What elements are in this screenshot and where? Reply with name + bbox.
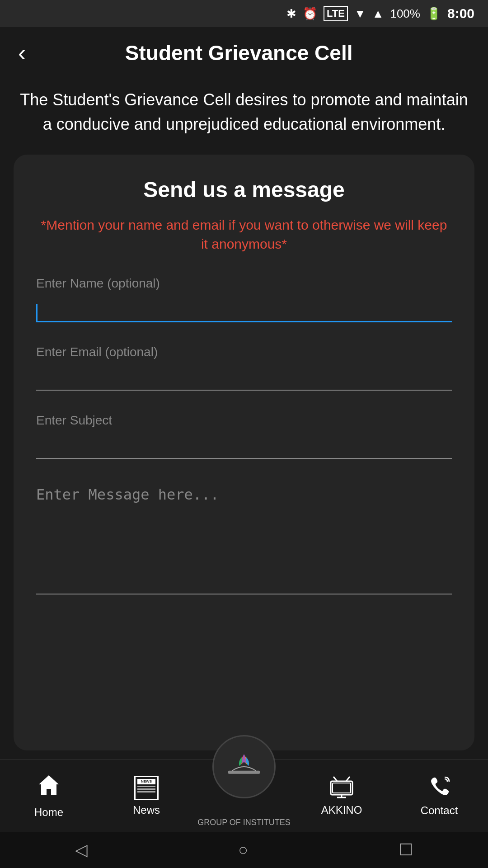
status-icons: ✱ ⏰ LTE ▼ ▲ 100% 🔋 8:00 [286, 6, 474, 21]
name-label: Enter Name (optional) [36, 276, 452, 291]
form-note: *Mention your name and email if you want… [36, 216, 452, 254]
alarm-icon: ⏰ [303, 7, 317, 21]
nav-akkino[interactable]: AKKINO [293, 760, 390, 832]
signal-icon: ▲ [372, 7, 384, 21]
form-card: Send us a message *Mention your name and… [14, 155, 474, 750]
news-label: News [133, 804, 160, 816]
bluetooth-icon: ✱ [286, 7, 296, 21]
subject-field-group: Enter Subject [36, 413, 452, 459]
subject-input[interactable] [36, 432, 452, 459]
svg-marker-0 [39, 775, 59, 795]
nav-contact[interactable]: Contact [390, 760, 488, 832]
contact-label: Contact [421, 804, 458, 817]
back-button[interactable]: ‹ [18, 41, 26, 65]
svg-rect-3 [333, 783, 351, 793]
description-text: The Student's Grievance Cell desires to … [0, 79, 488, 155]
email-label: Enter Email (optional) [36, 345, 452, 359]
nav-home[interactable]: Home [0, 760, 98, 832]
bottom-navigation: Home NEWS News [0, 760, 488, 832]
form-title: Send us a message [36, 177, 452, 202]
recent-system-button[interactable]: ☐ [399, 840, 413, 859]
back-system-button[interactable]: ◁ [75, 840, 88, 859]
message-textarea[interactable] [36, 481, 452, 594]
wifi-icon: ▼ [354, 7, 366, 21]
email-field-group: Enter Email (optional) [36, 345, 452, 391]
home-system-button[interactable]: ○ [238, 840, 248, 859]
lte-icon: LTE [324, 6, 348, 21]
battery-icon: 🔋 [427, 7, 441, 21]
header: ‹ Student Grievance Cell [0, 27, 488, 79]
name-field-group: Enter Name (optional) [36, 276, 452, 322]
status-time: 8:00 [447, 6, 474, 21]
tv-icon [329, 776, 354, 800]
message-field-group [36, 481, 452, 596]
email-input[interactable] [36, 364, 452, 391]
page-title: Student Grievance Cell [39, 41, 438, 65]
home-icon [37, 773, 61, 802]
status-bar: ✱ ⏰ LTE ▼ ▲ 100% 🔋 8:00 [0, 0, 488, 27]
nav-news[interactable]: NEWS News [98, 760, 195, 832]
svg-rect-1 [228, 771, 260, 774]
akkino-label: AKKINO [321, 804, 362, 816]
phone-icon [427, 775, 451, 801]
home-label: Home [34, 806, 63, 819]
system-bar: ◁ ○ ☐ [0, 832, 488, 868]
atharva-logo-button[interactable] [212, 735, 276, 798]
atharva-logo-svg [224, 751, 264, 783]
atharva-sublabel: GROUP OF INSTITUTES [197, 818, 291, 827]
nav-atharva[interactable]: GROUP OF INSTITUTES [195, 760, 293, 832]
battery-percent: 100% [390, 7, 420, 21]
name-input[interactable] [38, 295, 452, 321]
news-icon: NEWS [134, 776, 159, 800]
subject-label: Enter Subject [36, 413, 452, 428]
